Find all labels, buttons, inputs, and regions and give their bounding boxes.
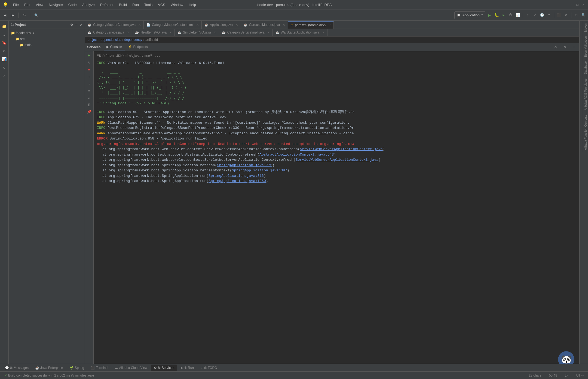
menu-view[interactable]: View: [33, 2, 46, 8]
tab-todo[interactable]: ✓ 6: TODO: [198, 365, 220, 371]
tab-category-mapper-custom-xml[interactable]: 📄 CategoryMapperCustom.xml ✕: [144, 21, 202, 29]
menu-tools[interactable]: Tools: [142, 2, 155, 8]
menu-edit[interactable]: Edit: [22, 2, 33, 8]
minimize-button[interactable]: —: [569, 3, 573, 7]
build-status[interactable]: ✓ Build completed successfully in 2 s 66…: [3, 371, 96, 379]
line-endings[interactable]: LF: [563, 371, 570, 379]
menu-build[interactable]: Build: [116, 2, 130, 8]
menu-refactor[interactable]: Refactor: [97, 2, 116, 8]
vcs-history-button[interactable]: 🕐: [539, 12, 545, 18]
debug-button[interactable]: 🐛: [494, 12, 500, 18]
tab-close-icon[interactable]: ✕: [267, 31, 270, 34]
tab-java-enterprise[interactable]: ☕ Java Enterprise: [32, 365, 66, 371]
maximize-button[interactable]: □: [575, 3, 579, 7]
tab-application-java[interactable]: ☕ Application.java ✕: [202, 21, 241, 29]
char-count[interactable]: 23 chars: [527, 371, 543, 379]
menu-navigate[interactable]: Navigate: [46, 2, 65, 8]
tab-spring[interactable]: 🌱 Spring: [67, 365, 87, 371]
console-output[interactable]: "D:\Java JDK\bin\java.exe" ... INFO Vers…: [94, 51, 579, 371]
tree-item-main[interactable]: 📁 main: [9, 42, 85, 48]
tab-category-service[interactable]: ☕ CategoryService.java ✕: [85, 29, 132, 36]
project-tool-window-icon[interactable]: 📁: [1, 23, 8, 30]
close-button[interactable]: ✕: [581, 3, 585, 7]
back-button[interactable]: ◀: [2, 11, 8, 19]
forward-button[interactable]: ▶: [10, 11, 16, 19]
tab-close-icon[interactable]: ✕: [283, 23, 285, 27]
console-filter-icon[interactable]: ≡: [86, 88, 92, 94]
tab-carousel-mapper[interactable]: ☕ CarouselMapper.java ✕: [241, 21, 288, 29]
tree-item-src[interactable]: 📁 src: [9, 36, 85, 42]
tab-category-mapper-custom-java[interactable]: ☕ CategoryMapperCustom.java ✕: [85, 21, 144, 29]
cloud-icon[interactable]: ☁: [1, 31, 8, 38]
services-gear2-icon[interactable]: ⚙: [562, 44, 568, 50]
bookmark-icon[interactable]: 🔖: [1, 39, 8, 46]
tab-close-icon[interactable]: ✕: [322, 31, 324, 34]
project-close-icon[interactable]: ✕: [80, 23, 82, 27]
right-panel-function-compute[interactable]: Alibaba Function Compute: [582, 113, 588, 152]
console-rerun-icon[interactable]: ↻: [86, 59, 92, 65]
project-structure-button[interactable]: 🗂: [20, 11, 28, 19]
tree-item-project[interactable]: 📁 foodie-dev ▼: [9, 30, 85, 36]
tab-alibaba-cloud-view[interactable]: ☁ Alibaba Cloud View: [112, 365, 150, 371]
hierarchy-icon[interactable]: 📊: [1, 56, 8, 63]
tab-pom-xml[interactable]: m pom.xml (foodie-dev) ✕: [288, 21, 334, 29]
menu-window[interactable]: Window: [168, 2, 186, 8]
tab-messages[interactable]: 💬 0: Messages: [2, 365, 31, 371]
profile-button[interactable]: ⏱: [508, 12, 514, 18]
tab-simple-item-vo[interactable]: ☕ SimpleItemVO.java ✕: [175, 29, 219, 36]
console-up-icon[interactable]: ↑: [86, 74, 92, 80]
console-clear-icon[interactable]: 🗑: [86, 102, 92, 108]
project-expand-icon[interactable]: ↔: [75, 23, 78, 27]
console-tab[interactable]: ▶ Console: [104, 44, 125, 50]
search-everywhere-button[interactable]: 🔍: [32, 11, 41, 19]
menu-run[interactable]: Run: [130, 2, 142, 8]
tab-war-starter-app[interactable]: ☕ WarStarterApplication.java ✕: [273, 29, 328, 36]
run-button[interactable]: ▶: [486, 12, 492, 18]
settings-button[interactable]: ⚙: [563, 12, 569, 18]
tab-close-icon[interactable]: ✕: [127, 31, 129, 34]
tab-close-icon[interactable]: ✕: [328, 23, 331, 27]
services-minimize-icon[interactable]: —: [571, 44, 577, 50]
vcs-update-button[interactable]: ↑: [525, 12, 531, 18]
right-panel-database[interactable]: Database: [582, 59, 588, 76]
tab-close-icon[interactable]: ✕: [196, 23, 199, 27]
console-down-icon[interactable]: ↓: [86, 81, 92, 87]
git-icon[interactable]: ↻: [1, 64, 8, 71]
tab-close-icon[interactable]: ✕: [138, 23, 141, 27]
breadcrumb-item-2[interactable]: dependency: [124, 38, 142, 42]
terminal-button[interactable]: ⬛: [556, 12, 562, 18]
right-panel-bean-validation[interactable]: Bean Validation: [582, 34, 588, 59]
tab-terminal[interactable]: ⬛ Terminal: [88, 365, 111, 371]
services-settings-icon[interactable]: ⚙: [553, 44, 559, 50]
console-soft-wrap-icon[interactable]: ↵: [86, 95, 92, 101]
layout-button[interactable]: □: [573, 12, 579, 18]
menu-vcs[interactable]: VCS: [155, 2, 168, 8]
menu-code[interactable]: Code: [66, 2, 79, 8]
menu-file[interactable]: File: [10, 2, 22, 8]
todo-icon[interactable]: ✓: [1, 72, 8, 79]
console-pin-icon[interactable]: 📌: [86, 109, 92, 115]
right-panel-ros[interactable]: Alibaba ROS Templates: [582, 76, 588, 113]
breadcrumb-item-1[interactable]: dependencies: [101, 38, 121, 42]
vcs-dropdown[interactable]: ▼: [546, 12, 552, 18]
run-with-profiler[interactable]: 📊: [515, 12, 521, 18]
endpoints-tab[interactable]: ⚡ Endpoints: [125, 44, 150, 50]
tab-run[interactable]: ▶ 4: Run: [178, 365, 197, 371]
tab-category-service-impl[interactable]: ☕ CategoryServiceImpl.java ✕: [219, 29, 273, 36]
coverage-button[interactable]: ▶: [501, 12, 507, 18]
project-settings-icon[interactable]: ⚙: [70, 23, 73, 27]
tab-new-items-vo[interactable]: ☕ NewItemsVO.java ✕: [132, 29, 175, 36]
tab-close-icon[interactable]: ✕: [214, 31, 216, 34]
console-run-icon[interactable]: ▶: [86, 52, 92, 58]
tab-services[interactable]: ⚙ 8: Services: [151, 365, 177, 371]
console-stop-icon[interactable]: ■: [86, 66, 92, 72]
vcs-commit-button[interactable]: ✓: [532, 12, 538, 18]
run-configuration-selector[interactable]: 🔲 Application ▼: [454, 11, 485, 19]
menu-analyze[interactable]: Analyze: [79, 2, 97, 8]
charset-display[interactable]: UTF-: [575, 371, 585, 379]
right-panel-maven[interactable]: Maven: [582, 21, 588, 34]
structure-icon[interactable]: ⚙: [1, 47, 8, 54]
tab-close-icon[interactable]: ✕: [235, 23, 238, 27]
breadcrumb-item-0[interactable]: project: [88, 38, 97, 42]
time-display[interactable]: 55:48: [547, 371, 559, 379]
